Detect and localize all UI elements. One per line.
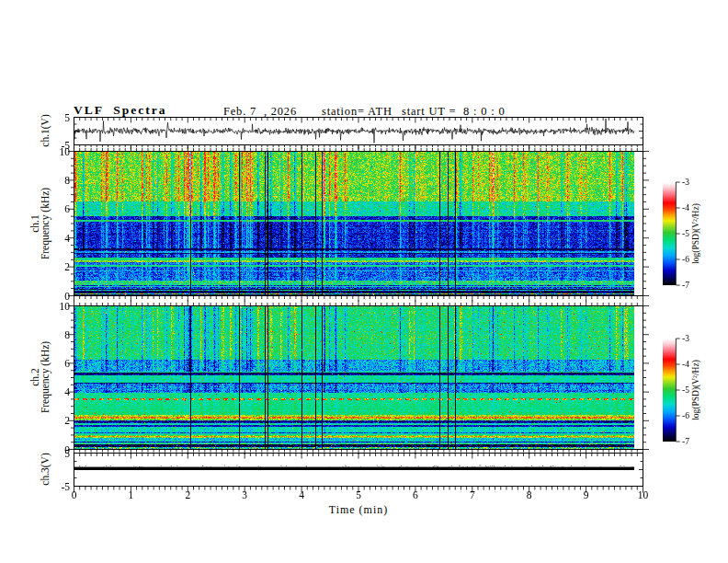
ch1-frequency-axis-label: ch.1 Frequency (kHz): [30, 188, 51, 259]
tick-label: 8: [48, 329, 70, 340]
tick-label: -3: [682, 178, 689, 187]
colorbar-ch2: [663, 339, 676, 442]
ch1-spectrogram-image: [74, 152, 643, 295]
tick-label: -6: [682, 411, 689, 420]
tick-label: 4: [299, 489, 304, 500]
time-axis-label: Time (min): [74, 503, 643, 517]
tick-label: 2: [185, 489, 190, 500]
tick-label: -7: [682, 437, 689, 446]
ch1-waveform-panel: [74, 117, 643, 145]
tick-label: -7: [682, 281, 689, 290]
tick-label: 5: [356, 489, 361, 500]
tick-label: 1: [129, 489, 134, 500]
tick-label: -4: [682, 203, 689, 213]
colorbar2-label: log(PSD)(V²/Hz): [692, 360, 701, 420]
tick-label: -5: [48, 140, 70, 151]
tick-label: 2: [48, 415, 70, 426]
ch3-waveform-trace: [74, 454, 643, 486]
tick-label: 6: [48, 203, 70, 214]
colorbar-ch1: [663, 182, 676, 285]
ch2-spectrogram-image: [74, 306, 643, 449]
tick-label: 0: [72, 489, 77, 500]
tick-label: 3: [242, 489, 247, 500]
tick-label: -5: [682, 229, 689, 238]
ch2-frequency-axis-label: ch.2 Frequency (kHz): [30, 341, 51, 413]
figure-title: VLF Spectra: [74, 103, 167, 118]
ch3-waveform-panel: [74, 453, 643, 487]
tick-label: 4: [48, 386, 70, 397]
ch1-frequency-axis-label-line2: Frequency (kHz): [40, 188, 51, 259]
tick-label: -3: [682, 334, 689, 343]
tick-label: 10: [48, 301, 70, 312]
tick-label: 6: [413, 489, 418, 500]
ch1-waveform-trace: [74, 118, 643, 144]
ch1-spectrogram-panel: [74, 151, 643, 296]
tick-label: 8: [48, 175, 70, 186]
ch2-frequency-axis-label-line2: Frequency (kHz): [40, 341, 51, 413]
colorbar1-label: log(PSD)(V²/Hz): [692, 203, 701, 264]
tick-label: 5: [48, 112, 70, 123]
tick-label: 10: [638, 489, 649, 500]
tick-label: 9: [584, 489, 589, 500]
tick-label: 4: [48, 233, 70, 244]
vlf-spectra-figure: VLF Spectra Feb. 7 , 2026 station= ATH s…: [0, 0, 728, 563]
tick-label: 6: [48, 358, 70, 369]
tick-label: 5: [48, 448, 70, 459]
tick-label: 8: [527, 489, 532, 500]
tick-label: 2: [48, 261, 70, 272]
tick-label: -6: [682, 255, 689, 264]
tick-label: 7: [470, 489, 475, 500]
tick-label: -5: [682, 385, 689, 395]
tick-label: -4: [682, 360, 689, 369]
tick-label: -5: [48, 481, 70, 492]
ch2-spectrogram-panel: [74, 305, 643, 450]
